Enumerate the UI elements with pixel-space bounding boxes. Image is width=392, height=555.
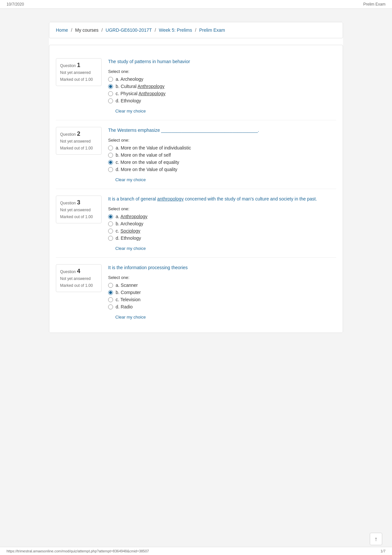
q3-label: Question	[60, 201, 76, 205]
q1-status: Not yet answered	[60, 70, 97, 76]
q3-option-a[interactable]: a. Anthropology	[108, 214, 336, 219]
q2-option-c[interactable]: c. More on the value of equality	[108, 160, 336, 165]
q1-label-c: c. Physical Anthropology	[116, 91, 166, 96]
q1-mark: Marked out of 1.00	[60, 77, 97, 82]
q1-option-d[interactable]: d. Ethnology	[108, 98, 336, 103]
q2-option-a[interactable]: a. More on the Value of individualistic	[108, 145, 336, 150]
q1-radio-d[interactable]	[108, 98, 113, 103]
q2-radio-c[interactable]	[108, 160, 113, 165]
q2-status: Not yet answered	[60, 139, 97, 144]
question-meta-2: Question 2 Not yet answered Marked out o…	[56, 127, 102, 155]
q4-number: 4	[77, 268, 80, 274]
q1-number: 1	[77, 62, 80, 68]
q1-option-c[interactable]: c. Physical Anthropology	[108, 91, 336, 96]
q4-mark: Marked out of 1.00	[60, 283, 97, 288]
q4-radio-d[interactable]	[108, 304, 113, 309]
q1-select-label: Select one:	[108, 69, 336, 74]
q3-option-d[interactable]: d. Ethnology	[108, 235, 336, 241]
q1-label-a: a. Archeology	[116, 77, 143, 82]
date-label: 10/7/2020	[7, 2, 24, 7]
question-block-1: Question 1 Not yet answered Marked out o…	[56, 52, 336, 120]
q1-option-a[interactable]: a. Archeology	[108, 77, 336, 82]
breadcrumb-sep1: /	[71, 27, 72, 33]
question-block-3: Question 3 Not yet answered Marked out o…	[56, 189, 336, 258]
q1-label-d: d. Ethnology	[116, 98, 141, 103]
q3-radio-a[interactable]	[108, 214, 113, 219]
q2-number: 2	[77, 130, 80, 137]
q4-radio-c[interactable]	[108, 297, 113, 302]
question-body-2: The Westerns emphasize _________________…	[108, 127, 336, 182]
question-block-4: Question 4 Not yet answered Marked out o…	[56, 258, 336, 326]
top-bar: 10/7/2020 Prelim Exam	[0, 0, 392, 9]
q3-radio-d[interactable]	[108, 236, 113, 241]
q4-radio-b[interactable]	[108, 290, 113, 295]
q3-select-label: Select one:	[108, 206, 336, 211]
q2-label-a: a. More on the Value of individualistic	[116, 145, 191, 150]
q3-option-c[interactable]: c. Sociology	[108, 228, 336, 234]
question-meta-1: Question 1 Not yet answered Marked out o…	[56, 58, 102, 86]
breadcrumb-mycourses: My courses	[75, 27, 99, 33]
q2-option-d[interactable]: d. More on the Value of quality	[108, 167, 336, 172]
question-body-4: It is the information processing theorie…	[108, 264, 336, 320]
q3-clear-choice[interactable]: Clear my choice	[115, 246, 146, 251]
q1-radio-b[interactable]	[108, 84, 113, 89]
q4-option-a[interactable]: a. Scanner	[108, 283, 336, 288]
question-body-1: The study of patterns in human behavior …	[108, 58, 336, 113]
questions-container: Question 1 Not yet answered Marked out o…	[49, 45, 343, 333]
q4-select-label: Select one:	[108, 275, 336, 280]
q3-mark: Marked out of 1.00	[60, 214, 97, 220]
question-body-3: It is a branch of general anthropology c…	[108, 196, 336, 251]
q1-label-b: b. Cultural Anthropology	[116, 84, 164, 89]
q4-label: Question	[60, 269, 76, 274]
q4-label-d: d. Radio	[116, 304, 133, 309]
q4-label-c: c. Television	[116, 297, 140, 302]
breadcrumb-course[interactable]: UGRD-GE6100-2017T	[106, 27, 152, 33]
q4-clear-choice[interactable]: Clear my choice	[115, 315, 146, 320]
q4-label-b: b. Computer	[116, 290, 141, 295]
q1-label: Question	[60, 63, 76, 68]
q2-option-b[interactable]: b. More on the value of self	[108, 152, 336, 158]
q2-label-d: d. More on the Value of quality	[116, 167, 177, 172]
q4-status: Not yet answered	[60, 276, 97, 282]
q1-text: The study of patterns in human behavior	[108, 58, 336, 65]
q3-radio-b[interactable]	[108, 221, 113, 226]
q4-radio-a[interactable]	[108, 283, 113, 288]
q1-radio-c[interactable]	[108, 91, 113, 96]
q2-label-b: b. More on the value of self	[116, 152, 171, 158]
q2-radio-b[interactable]	[108, 153, 113, 158]
q3-number: 3	[77, 199, 80, 206]
q1-option-b[interactable]: b. Cultural Anthropology	[108, 84, 336, 89]
q3-label-a: a. Anthropology	[116, 214, 147, 219]
breadcrumb: Home / My courses / UGRD-GE6100-2017T / …	[49, 22, 343, 38]
main-content: Home / My courses / UGRD-GE6100-2017T / …	[49, 22, 343, 333]
breadcrumb-week[interactable]: Week 5: Prelims	[159, 27, 192, 33]
q2-text: The Westerns emphasize _________________…	[108, 127, 336, 134]
q3-option-b[interactable]: b. Archeology	[108, 221, 336, 226]
q4-option-b[interactable]: b. Computer	[108, 290, 336, 295]
question-block-2: Question 2 Not yet answered Marked out o…	[56, 120, 336, 189]
page-title: Prelim Exam	[363, 2, 385, 7]
q2-select-label: Select one:	[108, 138, 336, 143]
q2-clear-choice[interactable]: Clear my choice	[115, 177, 146, 182]
q1-clear-choice[interactable]: Clear my choice	[115, 109, 146, 113]
breadcrumb-exam[interactable]: Prelim Exam	[199, 27, 225, 33]
q2-radio-d[interactable]	[108, 167, 113, 172]
breadcrumb-home[interactable]: Home	[56, 27, 68, 33]
q1-radio-a[interactable]	[108, 77, 113, 82]
question-meta-3: Question 3 Not yet answered Marked out o…	[56, 196, 102, 223]
q2-label-c: c. More on the value of equality	[116, 160, 179, 165]
q2-mark: Marked out of 1.00	[60, 146, 97, 151]
q4-option-c[interactable]: c. Television	[108, 297, 336, 302]
q3-label-b: b. Archeology	[116, 221, 143, 226]
q2-radio-a[interactable]	[108, 146, 113, 150]
q2-options: a. More on the Value of individualistic …	[108, 145, 336, 172]
q3-options: a. Anthropology b. Archeology c. Sociolo…	[108, 214, 336, 241]
q4-text: It is the information processing theorie…	[108, 264, 336, 271]
q1-options: a. Archeology b. Cultural Anthropology c…	[108, 77, 336, 103]
breadcrumb-sep4: /	[195, 27, 196, 33]
q3-text: It is a branch of general anthropology c…	[108, 196, 336, 202]
q4-options: a. Scanner b. Computer c. Television d. …	[108, 283, 336, 309]
q3-label-d: d. Ethnology	[116, 235, 141, 241]
q3-radio-c[interactable]	[108, 229, 113, 234]
q4-option-d[interactable]: d. Radio	[108, 304, 336, 309]
